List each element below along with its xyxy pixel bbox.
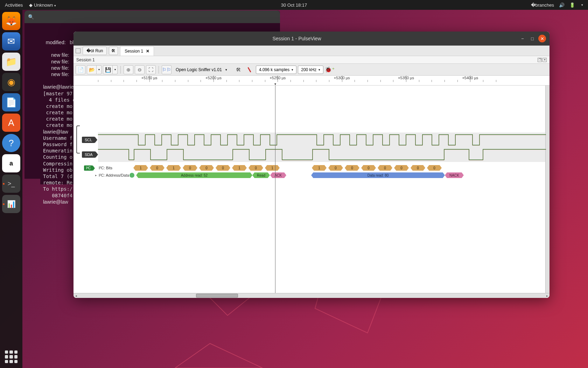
sda-channel-tag[interactable]: SDA — [82, 151, 96, 158]
scroll-left-icon[interactable]: ◂ — [74, 293, 78, 298]
dock-terminal-icon[interactable]: >_ — [2, 175, 20, 193]
dock-software-icon[interactable]: A — [2, 114, 20, 132]
pulseview-toolbar: 📄 📂▾ 💾▾ ⊕ ⊖ ⛶ ⚐⚐ Open Logic Sniffer v1.0… — [74, 64, 550, 76]
scroll-right-icon[interactable]: ▸ — [545, 293, 550, 298]
settings-button[interactable]: 🛠 — [109, 47, 118, 55]
decode-bit: 1 — [135, 165, 146, 171]
zoom-fit-icon[interactable]: ⛶ — [146, 65, 156, 74]
horizontal-scrollbar[interactable]: ◂ ▸ — [74, 293, 550, 298]
start-condition — [130, 173, 134, 178]
system-menu-arrow-icon[interactable]: ▾ — [581, 3, 583, 7]
decode-bit: 0 — [152, 165, 162, 171]
decode-bit: 1 — [234, 165, 245, 171]
decode-bit: 0 — [363, 165, 374, 171]
scl-channel-tag[interactable]: SCL — [82, 137, 95, 143]
configure-device-icon[interactable]: 🛠 — [233, 65, 243, 74]
pulseview-tabbar: �ół Run 🛠 Session 1 ✕ — [74, 46, 550, 56]
time-ruler[interactable]: ▾ +5150 µs+5200 µs+5250 µs+5300 µs+5350 … — [74, 76, 550, 86]
decode-bit: 1 — [267, 165, 278, 171]
add-decoder-icon[interactable]: 🐞⁺ — [325, 65, 335, 74]
addr-label: I²C: Address/Data — [99, 173, 129, 177]
zoom-out-icon[interactable]: ⊖ — [135, 65, 145, 74]
ruler-label: +5250 µs — [270, 76, 286, 80]
activities-button[interactable]: Activities — [5, 2, 23, 8]
ruler-label: +5200 µs — [205, 76, 222, 80]
decode-bit: 1 — [168, 165, 179, 171]
open-file-icon[interactable]: 📂 — [87, 65, 97, 74]
dock-pulseview-icon[interactable]: 📊 — [2, 195, 20, 213]
sda-waveform — [98, 147, 546, 162]
decode-bit: NACK — [447, 172, 462, 178]
decode-bit: 0 — [429, 165, 440, 171]
decode-bit: 0 — [251, 165, 261, 171]
save-dropdown-icon[interactable]: ▾ — [113, 65, 118, 74]
dock-thunderbird-icon[interactable]: ✉ — [2, 32, 20, 50]
search-icon[interactable]: 🔍 — [27, 13, 34, 20]
new-session-icon[interactable] — [76, 48, 80, 53]
decode-bit: 0 — [396, 165, 407, 171]
pulseview-title: Session 1 - PulseView — [77, 36, 517, 41]
restore-icon[interactable]: ❐ — [538, 58, 542, 62]
device-selector[interactable]: Open Logic Sniffer v1.01 ▾ — [173, 66, 232, 74]
decoder-tag[interactable]: I²C — [84, 165, 93, 171]
gnome-topbar: Activities ◆ Unknown▾ 30 Oct 18:17 �bran… — [0, 0, 588, 10]
sound-icon[interactable]: 🔊 — [559, 2, 565, 8]
signal-canvas[interactable]: SCL SDA I²C I²C: Bits 10100010110000000 … — [74, 86, 550, 293]
cursors-icon[interactable]: ⚐⚐ — [162, 65, 172, 74]
probe-icon[interactable] — [245, 65, 254, 74]
appmenu-label: Unknown — [34, 2, 53, 8]
dock-help-icon[interactable]: ? — [2, 134, 20, 152]
clock[interactable]: 30 Oct 18:17 — [281, 2, 307, 8]
open-dropdown-icon[interactable]: ▾ — [97, 65, 102, 74]
decode-bit: 0 — [185, 165, 195, 171]
session-tab[interactable]: Session 1 ✕ — [120, 46, 154, 56]
dock-amazon-icon[interactable]: a — [2, 154, 20, 172]
decode-bit: ACK — [272, 172, 284, 178]
session-label: Session 1 — [76, 57, 95, 62]
save-file-icon[interactable]: 💾 — [103, 65, 113, 74]
ruler-label: +5350 µs — [398, 76, 414, 80]
scl-waveform — [98, 132, 546, 147]
dock-files-icon[interactable]: 📁 — [2, 53, 20, 71]
run-button[interactable]: �ół Run — [83, 47, 107, 55]
decode-bit: 0 — [201, 165, 212, 171]
ruler-label: +5400 µs — [462, 76, 478, 80]
decode-bit: 0 — [218, 165, 228, 171]
decoder-bits-row: I²C I²C: Bits 10100010110000000 — [74, 164, 545, 171]
samplerate-selector[interactable]: 200 kHz ▾ — [298, 66, 323, 74]
dock-rhythmbox-icon[interactable]: ◉ — [2, 73, 20, 91]
dock-show-apps-icon[interactable] — [5, 350, 18, 363]
battery-icon[interactable]: 🔋 — [569, 2, 575, 8]
close-small-icon[interactable]: ✕ — [542, 58, 547, 62]
maximize-icon[interactable]: □ — [528, 35, 536, 42]
close-icon[interactable]: ✕ — [538, 35, 546, 42]
decode-bit: 0 — [380, 165, 390, 171]
bits-label: I²C: Bits — [99, 166, 112, 170]
ruler-label: +5300 µs — [334, 76, 350, 80]
time-cursor[interactable] — [275, 86, 275, 293]
pulseview-window: Session 1 - PulseView − □ ✕ �ół Run 🛠 Se… — [74, 32, 550, 298]
new-file-icon[interactable]: 📄 — [76, 65, 85, 74]
session-header: Session 1 ❐✕ — [74, 56, 550, 64]
decode-bit: 0 — [330, 165, 341, 171]
samples-selector[interactable]: 4.096 k samples ▾ — [256, 66, 296, 74]
appmenu-button[interactable]: ◆ Unknown▾ — [29, 2, 56, 8]
tab-close-icon[interactable]: ✕ — [146, 49, 149, 54]
pulseview-titlebar[interactable]: Session 1 - PulseView − □ ✕ — [74, 32, 550, 46]
ruler-label: +5150 µs — [141, 76, 158, 80]
dock-writer-icon[interactable]: 📄 — [2, 93, 20, 111]
decode-bit: Read — [254, 172, 268, 178]
decode-bit: Data read: 80 — [313, 172, 443, 178]
decode-bit: Address read: 52 — [138, 172, 250, 178]
scrollbar-thumb[interactable] — [196, 294, 238, 298]
vertical-scrollbar[interactable] — [545, 86, 550, 293]
decode-bit: 0 — [347, 165, 357, 171]
zoom-in-icon[interactable]: ⊕ — [124, 65, 133, 74]
network-icon[interactable]: �branches — [531, 2, 554, 8]
decode-bit: 0 — [413, 165, 423, 171]
expand-arrow-icon[interactable]: ▸ — [95, 173, 97, 177]
minimize-icon[interactable]: − — [519, 35, 526, 42]
dock-firefox-icon[interactable]: 🦊 — [2, 12, 20, 30]
decode-bit: 1 — [314, 165, 324, 171]
decoder-addr-row: ▸ I²C: Address/Data Address read: 52Read… — [74, 172, 545, 179]
